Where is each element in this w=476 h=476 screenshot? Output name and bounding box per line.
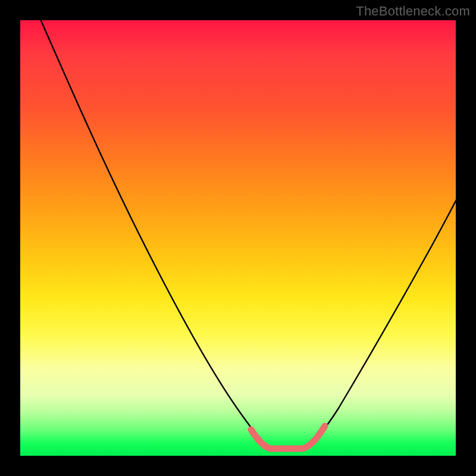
watermark-text: TheBottleneck.com — [356, 4, 470, 19]
chart-frame: TheBottleneck.com — [0, 0, 476, 476]
bottleneck-curve-svg — [20, 20, 456, 456]
bottleneck-curve — [39, 17, 458, 447]
optimal-zone-highlight — [251, 426, 325, 449]
plot-area — [20, 20, 456, 456]
